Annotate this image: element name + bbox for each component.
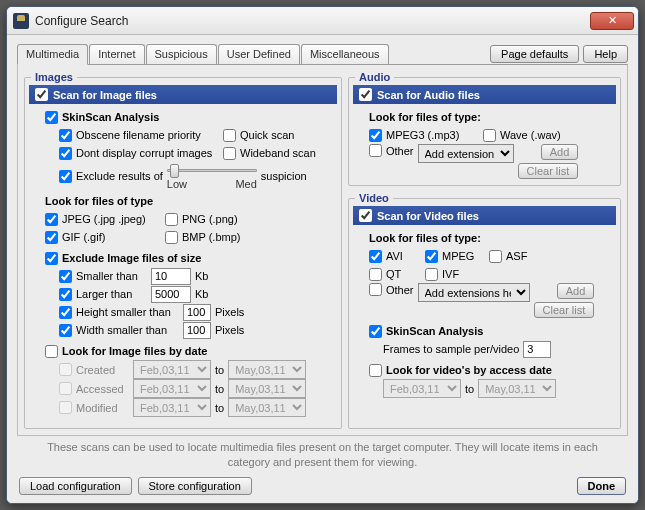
modified-to[interactable]: May,03,11 (228, 398, 306, 417)
scan-video-checkbox[interactable] (359, 209, 372, 222)
audio-other-checkbox[interactable] (369, 144, 382, 157)
video-add-button[interactable]: Add (557, 283, 595, 299)
video-legend: Video (355, 192, 393, 204)
window-title: Configure Search (35, 14, 590, 28)
scan-images-bar: Scan for Image files (29, 85, 337, 104)
scan-audio-checkbox[interactable] (359, 88, 372, 101)
skinscan-checkbox[interactable] (45, 111, 58, 124)
images-legend: Images (31, 71, 77, 83)
created-from[interactable]: Feb,03,11 (133, 360, 211, 379)
titlebar: Configure Search ✕ (7, 7, 638, 35)
smaller-checkbox[interactable] (59, 270, 72, 283)
dont-corrupt-checkbox[interactable] (59, 147, 72, 160)
scan-audio-bar: Scan for Audio files (353, 85, 616, 104)
footer: Load configuration Store configuration D… (17, 477, 628, 495)
tab-miscellaneous[interactable]: Miscellaneous (301, 44, 389, 65)
accessed-checkbox[interactable] (59, 382, 72, 395)
modified-from[interactable]: Feb,03,11 (133, 398, 211, 417)
exclude-results-checkbox[interactable] (59, 170, 72, 183)
width-smaller-checkbox[interactable] (59, 324, 72, 337)
exclude-size-checkbox[interactable] (45, 252, 58, 265)
footer-note: These scans can be used to locate multim… (17, 436, 628, 473)
modified-checkbox[interactable] (59, 401, 72, 414)
created-checkbox[interactable] (59, 363, 72, 376)
audio-add-button[interactable]: Add (541, 144, 579, 160)
obscene-checkbox[interactable] (59, 129, 72, 142)
asf-checkbox[interactable] (489, 250, 502, 263)
mpeg3-checkbox[interactable] (369, 129, 382, 142)
larger-checkbox[interactable] (59, 288, 72, 301)
scan-images-checkbox[interactable] (35, 88, 48, 101)
tab-multimedia[interactable]: Multimedia (17, 44, 88, 65)
frames-input[interactable] (523, 341, 551, 358)
height-smaller-checkbox[interactable] (59, 306, 72, 319)
video-clear-button[interactable]: Clear list (534, 302, 595, 318)
quickscan-checkbox[interactable] (223, 129, 236, 142)
images-bydate-checkbox[interactable] (45, 345, 58, 358)
audio-group: Audio Scan for Audio files Look for file… (348, 71, 621, 186)
accessed-from[interactable]: Feb,03,11 (133, 379, 211, 398)
video-other-checkbox[interactable] (369, 283, 382, 296)
height-input[interactable] (183, 304, 211, 321)
page-defaults-button[interactable]: Page defaults (490, 45, 579, 63)
images-group: Images Scan for Image files SkinScan Ana… (24, 71, 342, 429)
qt-checkbox[interactable] (369, 268, 382, 281)
video-to[interactable]: May,03,11 (478, 379, 556, 398)
ivf-checkbox[interactable] (425, 268, 438, 281)
audio-clear-button[interactable]: Clear list (518, 163, 579, 179)
tabstrip: Multimedia Internet Suspicious User Defi… (17, 44, 490, 65)
skinscan-label: SkinScan Analysis (62, 111, 159, 123)
accessed-to[interactable]: May,03,11 (228, 379, 306, 398)
width-input[interactable] (183, 322, 211, 339)
gif-checkbox[interactable] (45, 231, 58, 244)
audio-legend: Audio (355, 71, 394, 83)
help-button[interactable]: Help (583, 45, 628, 63)
mpeg-checkbox[interactable] (425, 250, 438, 263)
client-area: Multimedia Internet Suspicious User Defi… (7, 35, 638, 503)
tab-suspicious[interactable]: Suspicious (146, 44, 217, 65)
scan-video-bar: Scan for Video files (353, 206, 616, 225)
video-group: Video Scan for Video files Look for file… (348, 192, 621, 429)
bmp-checkbox[interactable] (165, 231, 178, 244)
window: Configure Search ✕ Multimedia Internet S… (6, 6, 639, 504)
load-config-button[interactable]: Load configuration (19, 477, 132, 495)
png-checkbox[interactable] (165, 213, 178, 226)
created-to[interactable]: May,03,11 (228, 360, 306, 379)
tab-internet[interactable]: Internet (89, 44, 144, 65)
store-config-button[interactable]: Store configuration (138, 477, 252, 495)
app-icon (13, 13, 29, 29)
done-button[interactable]: Done (577, 477, 627, 495)
images-lookfor-heading: Look for files of type (45, 195, 153, 207)
video-ext-combo[interactable]: Add extensions here (418, 283, 530, 302)
wideband-checkbox[interactable] (223, 147, 236, 160)
smaller-input[interactable] (151, 268, 191, 285)
video-from[interactable]: Feb,03,11 (383, 379, 461, 398)
audio-ext-combo[interactable]: Add extension (418, 144, 514, 163)
avi-checkbox[interactable] (369, 250, 382, 263)
suspicion-slider[interactable] (167, 162, 257, 180)
scan-images-label: Scan for Image files (53, 89, 157, 101)
panel-area: Images Scan for Image files SkinScan Ana… (17, 64, 628, 436)
video-skinscan-checkbox[interactable] (369, 325, 382, 338)
video-bydate-checkbox[interactable] (369, 364, 382, 377)
close-button[interactable]: ✕ (590, 12, 634, 30)
larger-input[interactable] (151, 286, 191, 303)
tab-user-defined[interactable]: User Defined (218, 44, 300, 65)
jpeg-checkbox[interactable] (45, 213, 58, 226)
wave-checkbox[interactable] (483, 129, 496, 142)
